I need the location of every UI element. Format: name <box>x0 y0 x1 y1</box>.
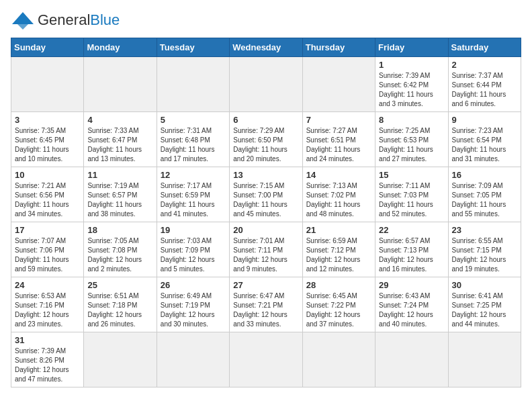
day-number: 23 <box>452 225 517 235</box>
calendar-day-cell <box>302 57 375 112</box>
day-info: Sunrise: 7:03 AM Sunset: 7:09 PM Dayligh… <box>161 236 226 274</box>
calendar-body: 1Sunrise: 7:39 AM Sunset: 6:42 PM Daylig… <box>11 57 521 387</box>
day-info: Sunrise: 7:01 AM Sunset: 7:11 PM Dayligh… <box>233 236 298 274</box>
calendar-day-cell: 6Sunrise: 7:29 AM Sunset: 6:50 PM Daylig… <box>230 112 302 167</box>
calendar-week-row: 24Sunrise: 6:53 AM Sunset: 7:16 PM Dayli… <box>11 277 521 332</box>
weekday-header-row: SundayMondayTuesdayWednesdayThursdayFrid… <box>11 38 521 57</box>
day-number: 30 <box>452 280 517 290</box>
calendar-day-cell: 2Sunrise: 7:37 AM Sunset: 6:44 PM Daylig… <box>448 57 521 112</box>
calendar-day-cell: 14Sunrise: 7:13 AM Sunset: 7:02 PM Dayli… <box>302 167 375 222</box>
day-number: 24 <box>15 280 80 290</box>
calendar-day-cell: 7Sunrise: 7:27 AM Sunset: 6:51 PM Daylig… <box>302 112 375 167</box>
calendar-day-cell: 16Sunrise: 7:09 AM Sunset: 7:05 PM Dayli… <box>448 167 521 222</box>
calendar-day-cell <box>157 57 229 112</box>
calendar-week-row: 1Sunrise: 7:39 AM Sunset: 6:42 PM Daylig… <box>11 57 521 112</box>
calendar-week-row: 3Sunrise: 7:35 AM Sunset: 6:45 PM Daylig… <box>11 112 521 167</box>
day-number: 20 <box>233 225 298 235</box>
calendar-day-cell <box>375 332 448 387</box>
day-info: Sunrise: 7:19 AM Sunset: 6:57 PM Dayligh… <box>87 181 152 219</box>
weekday-header-cell: Tuesday <box>157 38 229 57</box>
day-number: 14 <box>306 170 371 180</box>
day-number: 11 <box>87 170 152 180</box>
svg-marker-1 <box>17 24 28 30</box>
day-number: 10 <box>15 170 80 180</box>
calendar-day-cell: 26Sunrise: 6:49 AM Sunset: 7:19 PM Dayli… <box>157 277 229 332</box>
day-info: Sunrise: 6:59 AM Sunset: 7:12 PM Dayligh… <box>306 236 371 274</box>
weekday-header-cell: Monday <box>84 38 157 57</box>
day-number: 5 <box>161 115 226 125</box>
calendar-day-cell <box>230 57 302 112</box>
day-number: 18 <box>87 225 152 235</box>
calendar-day-cell: 15Sunrise: 7:11 AM Sunset: 7:03 PM Dayli… <box>375 167 448 222</box>
calendar-day-cell: 10Sunrise: 7:21 AM Sunset: 6:56 PM Dayli… <box>11 167 84 222</box>
calendar-day-cell: 8Sunrise: 7:25 AM Sunset: 6:53 PM Daylig… <box>375 112 448 167</box>
calendar-day-cell: 19Sunrise: 7:03 AM Sunset: 7:09 PM Dayli… <box>157 222 229 277</box>
day-number: 28 <box>306 280 371 290</box>
weekday-header-cell: Friday <box>375 38 448 57</box>
calendar-day-cell <box>11 57 84 112</box>
calendar-day-cell <box>84 57 157 112</box>
calendar-day-cell: 11Sunrise: 7:19 AM Sunset: 6:57 PM Dayli… <box>84 167 157 222</box>
day-number: 8 <box>379 115 444 125</box>
day-number: 6 <box>233 115 298 125</box>
day-number: 16 <box>452 170 517 180</box>
calendar-day-cell: 30Sunrise: 6:41 AM Sunset: 7:25 PM Dayli… <box>448 277 521 332</box>
day-info: Sunrise: 6:49 AM Sunset: 7:19 PM Dayligh… <box>161 291 226 329</box>
day-number: 19 <box>161 225 226 235</box>
calendar-day-cell: 29Sunrise: 6:43 AM Sunset: 7:24 PM Dayli… <box>375 277 448 332</box>
day-info: Sunrise: 6:41 AM Sunset: 7:25 PM Dayligh… <box>452 291 517 329</box>
day-number: 1 <box>379 60 444 70</box>
day-info: Sunrise: 7:37 AM Sunset: 6:44 PM Dayligh… <box>452 71 517 109</box>
calendar-week-row: 17Sunrise: 7:07 AM Sunset: 7:06 PM Dayli… <box>11 222 521 277</box>
day-number: 27 <box>233 280 298 290</box>
day-info: Sunrise: 7:39 AM Sunset: 8:26 PM Dayligh… <box>15 347 80 384</box>
calendar-day-cell: 5Sunrise: 7:31 AM Sunset: 6:48 PM Daylig… <box>157 112 229 167</box>
day-number: 25 <box>87 280 152 290</box>
day-info: Sunrise: 7:11 AM Sunset: 7:03 PM Dayligh… <box>379 181 444 219</box>
calendar-table: SundayMondayTuesdayWednesdayThursdayFrid… <box>11 38 521 387</box>
day-number: 29 <box>379 280 444 290</box>
day-number: 31 <box>15 335 80 345</box>
day-info: Sunrise: 6:51 AM Sunset: 7:18 PM Dayligh… <box>87 291 152 329</box>
calendar-day-cell: 3Sunrise: 7:35 AM Sunset: 6:45 PM Daylig… <box>11 112 84 167</box>
day-number: 26 <box>161 280 226 290</box>
day-info: Sunrise: 7:09 AM Sunset: 7:05 PM Dayligh… <box>452 181 517 219</box>
calendar-day-cell: 17Sunrise: 7:07 AM Sunset: 7:06 PM Dayli… <box>11 222 84 277</box>
logo-text: GeneralBlue <box>38 11 120 29</box>
calendar-week-row: 31Sunrise: 7:39 AM Sunset: 8:26 PM Dayli… <box>11 332 521 387</box>
day-info: Sunrise: 7:17 AM Sunset: 6:59 PM Dayligh… <box>161 181 226 219</box>
day-info: Sunrise: 7:31 AM Sunset: 6:48 PM Dayligh… <box>161 126 226 164</box>
day-info: Sunrise: 6:47 AM Sunset: 7:21 PM Dayligh… <box>233 291 298 329</box>
day-info: Sunrise: 7:23 AM Sunset: 6:54 PM Dayligh… <box>452 126 517 164</box>
weekday-header-cell: Sunday <box>11 38 84 57</box>
calendar-day-cell: 31Sunrise: 7:39 AM Sunset: 8:26 PM Dayli… <box>11 332 84 387</box>
day-info: Sunrise: 6:43 AM Sunset: 7:24 PM Dayligh… <box>379 291 444 329</box>
calendar-day-cell <box>448 332 521 387</box>
weekday-header-cell: Saturday <box>448 38 521 57</box>
svg-marker-0 <box>12 12 34 24</box>
day-info: Sunrise: 7:27 AM Sunset: 6:51 PM Dayligh… <box>306 126 371 164</box>
day-number: 4 <box>87 115 152 125</box>
day-info: Sunrise: 7:25 AM Sunset: 6:53 PM Dayligh… <box>379 126 444 164</box>
day-number: 9 <box>452 115 517 125</box>
calendar-week-row: 10Sunrise: 7:21 AM Sunset: 6:56 PM Dayli… <box>11 167 521 222</box>
day-info: Sunrise: 7:29 AM Sunset: 6:50 PM Dayligh… <box>233 126 298 164</box>
day-info: Sunrise: 7:07 AM Sunset: 7:06 PM Dayligh… <box>15 236 80 274</box>
day-info: Sunrise: 7:35 AM Sunset: 6:45 PM Dayligh… <box>15 126 80 164</box>
calendar-day-cell: 22Sunrise: 6:57 AM Sunset: 7:13 PM Dayli… <box>375 222 448 277</box>
calendar-day-cell: 28Sunrise: 6:45 AM Sunset: 7:22 PM Dayli… <box>302 277 375 332</box>
day-number: 22 <box>379 225 444 235</box>
calendar-day-cell: 25Sunrise: 6:51 AM Sunset: 7:18 PM Dayli… <box>84 277 157 332</box>
day-number: 21 <box>306 225 371 235</box>
day-info: Sunrise: 6:57 AM Sunset: 7:13 PM Dayligh… <box>379 236 444 274</box>
day-info: Sunrise: 6:45 AM Sunset: 7:22 PM Dayligh… <box>306 291 371 329</box>
day-number: 15 <box>379 170 444 180</box>
day-info: Sunrise: 7:39 AM Sunset: 6:42 PM Dayligh… <box>379 71 444 109</box>
day-info: Sunrise: 7:21 AM Sunset: 6:56 PM Dayligh… <box>15 181 80 219</box>
day-number: 13 <box>233 170 298 180</box>
calendar-day-cell: 9Sunrise: 7:23 AM Sunset: 6:54 PM Daylig… <box>448 112 521 167</box>
calendar-day-cell: 4Sunrise: 7:33 AM Sunset: 6:47 PM Daylig… <box>84 112 157 167</box>
day-info: Sunrise: 7:15 AM Sunset: 7:00 PM Dayligh… <box>233 181 298 219</box>
calendar-day-cell: 12Sunrise: 7:17 AM Sunset: 6:59 PM Dayli… <box>157 167 229 222</box>
calendar-day-cell: 27Sunrise: 6:47 AM Sunset: 7:21 PM Dayli… <box>230 277 302 332</box>
